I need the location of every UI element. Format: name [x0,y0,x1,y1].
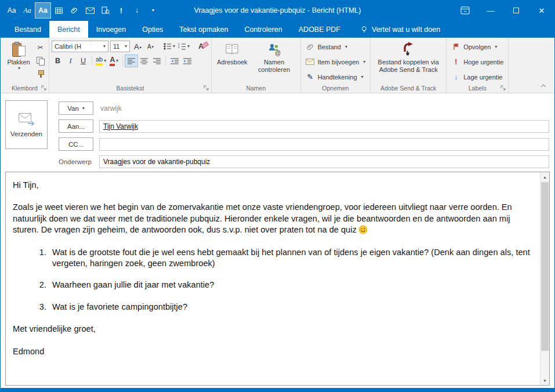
close-icon: ✕ [539,6,545,15]
tab-adobe-pdf[interactable]: ADOBE PDF [291,21,349,38]
scroll-down-button[interactable]: ▼ [541,376,549,385]
aa-style-2-button[interactable]: Aa [20,3,35,18]
grow-font-button[interactable]: A▴ [132,41,144,52]
ribbon-group-basic-text: Calibri (H▾ 11▾ A▴ A▾ ▾ 1.2. ▾ A [49,38,212,93]
customize-qat-button[interactable]: ▾ [145,3,160,18]
text-highlight-button[interactable]: ab▾ [95,55,107,67]
align-right-button[interactable] [151,55,163,67]
aa-style-3-button[interactable]: Aa [35,3,50,18]
scroll-up-button[interactable]: ▲ [541,172,549,182]
to-field[interactable]: Tijn Varwijk [99,120,549,133]
basic-text-dialog-launcher[interactable] [204,85,209,91]
bullets-icon [164,43,172,50]
tab-tekst-opmaken[interactable]: Tekst opmaken [171,21,236,38]
cc-row: CC... [59,137,549,151]
window-title: Vraagjes voor de vakantie-pubquiz - Beri… [194,6,361,14]
align-center-button[interactable] [138,55,150,67]
bullets-button[interactable]: ▾ [162,41,176,52]
copy-button[interactable] [34,55,46,67]
maximize-icon [513,8,519,13]
envelope-icon [306,59,314,65]
clear-formatting-button[interactable]: A [197,41,209,52]
tab-invoegen[interactable]: Invoegen [88,21,134,38]
tab-bericht[interactable]: Bericht [49,21,88,38]
scrollbar-thumb[interactable] [541,182,549,351]
list-item: Waarheen gaan jullie dit jaar met vakant… [49,280,533,291]
attach-file-qat-button[interactable] [67,3,82,18]
bold-button[interactable]: B [52,55,64,67]
ribbon-display-options-button[interactable] [452,0,478,21]
chevron-down-icon: ▾ [104,59,106,63]
increase-indent-button[interactable] [181,55,193,67]
tab-bestand[interactable]: Bestand [6,21,49,38]
italic-button[interactable]: I [64,55,77,67]
high-importance-qat-button[interactable]: ! [114,3,129,18]
scrollbar[interactable]: ▲ ▼ [540,172,549,385]
tags-dialog-launcher[interactable] [500,85,506,91]
outlook-message-window: Aa Aa Aa ! ↓ ▾ Vraagjes voor de vakantie… [0,0,555,392]
high-importance-button[interactable]: ! Hoge urgentie [449,56,506,68]
follow-up-button[interactable]: Opvolgen ▾ [449,41,499,53]
attach-file-button[interactable]: Bestand ▾ [303,41,350,53]
aa-icon: Aa [8,6,16,14]
shrink-font-button[interactable]: A▾ [144,41,157,52]
attach-item-button[interactable]: Item bijvoegen ▾ [303,56,368,68]
tell-me-input[interactable]: Vertel wat u wilt doen [352,21,448,38]
numbering-button[interactable]: 1.2. ▾ [177,41,191,52]
question-list: Wat is de grootste fout die je wel eens … [13,247,533,313]
cc-field[interactable] [99,138,549,151]
font-family-select[interactable]: Calibri (H▾ [52,41,108,52]
low-importance-qat-button[interactable]: ↓ [129,3,144,18]
message-body[interactable]: Hi Tijn, Zoals je weet vieren we het beg… [6,172,540,385]
check-names-button[interactable]: @ Namen controleren [251,39,298,73]
format-painter-icon [37,70,44,78]
text-highlight-icon: ab [96,56,103,66]
aa-bold-icon: Aa [38,6,47,14]
format-painter-button[interactable] [34,68,46,80]
scroll-down-icon: ▼ [543,379,547,383]
chevron-down-icon: ▾ [363,60,365,64]
bold-icon: B [55,57,60,65]
ribbon-group-include: Bestand ▾ Item bijvoegen ▾ ✎ Handtekenin… [301,38,371,93]
clipboard-dialog-launcher[interactable] [41,85,47,91]
to-button[interactable]: Aan... [59,119,93,133]
pen-icon: ✎ [306,72,315,81]
ribbon-group-clipboard: Plakken ▾ ✂ Klembord [1,38,49,93]
print-preview-button[interactable] [98,3,113,18]
mail-button[interactable] [82,3,97,18]
collapse-ribbon-button[interactable] [538,82,549,90]
recipient-name[interactable]: Tijn Varwijk [103,122,138,130]
chevron-down-icon: ▾ [345,45,347,49]
address-book-button[interactable]: Adresboek [214,39,251,66]
adobe-send-track-button[interactable]: Bestand koppelen via Adobe Send & Track [373,39,444,73]
svg-text:@: @ [275,50,281,56]
lightbulb-icon [360,26,368,34]
maximize-button[interactable] [503,0,529,21]
scrollbar-track[interactable] [541,182,549,376]
address-book-icon [224,43,240,56]
copy-icon [37,57,44,65]
from-button[interactable]: Van▾ [59,101,93,115]
signature-button[interactable]: ✎ Handtekening ▾ [303,71,366,83]
font-size-select[interactable]: 11▾ [110,41,130,52]
from-row: Van▾ varwijk [59,101,549,115]
align-left-button[interactable] [125,55,137,67]
subject-field[interactable]: Vraagjes voor de vakantie-pubquiz [99,155,549,168]
italic-icon: I [69,57,71,66]
ribbon-tab-bar: Bestand Bericht Invoegen Opties Tekst op… [1,21,554,38]
cc-button[interactable]: CC... [59,137,93,151]
table-button[interactable] [51,3,66,18]
cut-button[interactable]: ✂ [34,42,46,53]
ribbon-display-options-icon [460,6,470,14]
decrease-indent-button[interactable] [168,55,180,67]
close-button[interactable]: ✕ [529,0,554,21]
send-button[interactable]: Verzenden [5,100,48,149]
tab-controleren[interactable]: Controleren [236,21,290,38]
low-importance-button[interactable]: ↓ Lage urgentie [449,71,505,83]
paste-button[interactable]: Plakken ▾ [3,39,34,71]
underline-button[interactable]: U [77,55,89,67]
font-color-button[interactable]: A▾ [108,55,120,67]
tab-opties[interactable]: Opties [134,21,171,38]
minimize-button[interactable]: — [478,0,503,21]
aa-style-1-button[interactable]: Aa [4,3,19,18]
